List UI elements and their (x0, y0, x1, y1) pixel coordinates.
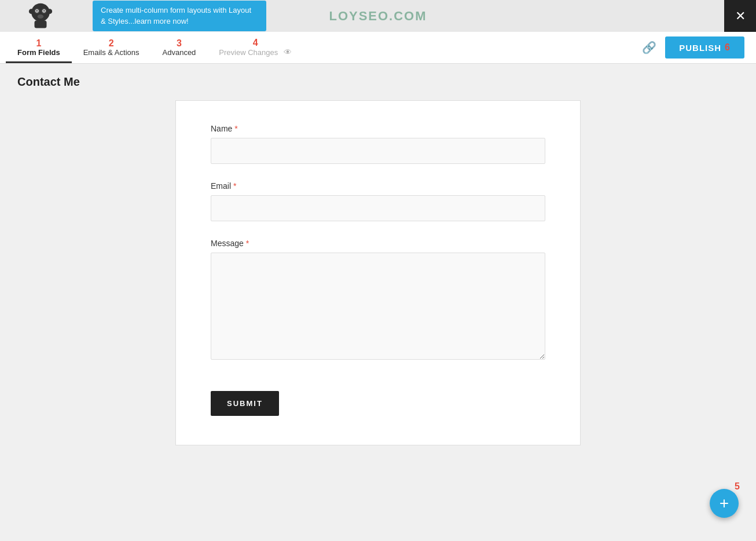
form-preview-area: Name * Email * Message * SUBMIT (175, 100, 581, 445)
svg-point-5 (36, 10, 38, 12)
svg-point-7 (38, 14, 44, 18)
tab-preview-changes[interactable]: 4 Preview Changes 👁 (207, 32, 303, 63)
name-required: * (234, 124, 237, 133)
tab-4-number: 4 (253, 38, 258, 47)
email-required: * (233, 181, 236, 191)
logo-icon (20, 2, 61, 31)
email-field-group: Email * (211, 181, 545, 221)
message-field-group: Message * (211, 239, 545, 362)
tab-2-number: 2 (109, 39, 114, 48)
svg-point-9 (47, 9, 52, 14)
fab-add-button[interactable]: + (710, 489, 739, 518)
site-name: LOYSEO.COM (329, 9, 427, 24)
name-field-group: Name * (211, 124, 545, 164)
nav-right-actions: 🔗 PUBLISH 6 (642, 36, 744, 59)
svg-point-0 (31, 3, 50, 21)
tab-4-label: Preview Changes (219, 48, 278, 57)
email-label: Email * (211, 181, 545, 191)
name-label: Name * (211, 124, 545, 133)
tab-form-fields[interactable]: 1 Form Fields (6, 32, 72, 63)
tab-advanced[interactable]: 3 Advanced (151, 32, 208, 63)
tab-3-label: Advanced (163, 48, 196, 57)
svg-point-8 (29, 9, 34, 14)
publish-button[interactable]: PUBLISH 6 (665, 36, 744, 59)
logo-area (0, 0, 81, 32)
message-required: * (246, 239, 249, 248)
nav-tabs: 1 Form Fields 2 Emails & Actions 3 Advan… (0, 32, 756, 64)
tab-2-label: Emails & Actions (83, 48, 140, 57)
svg-rect-10 (35, 20, 47, 28)
message-textarea[interactable] (211, 253, 545, 360)
publish-label: PUBLISH (679, 43, 721, 53)
form-title: Contact Me (17, 75, 739, 89)
submit-button[interactable]: SUBMIT (211, 391, 279, 416)
tab-3-number: 3 (177, 39, 182, 48)
message-label: Message * (211, 239, 545, 248)
tab-emails-actions[interactable]: 2 Emails & Actions (72, 32, 151, 63)
banner-message[interactable]: Create multi-column form layouts with La… (93, 1, 266, 31)
fab-icon: + (720, 494, 729, 513)
tab-1-number: 1 (36, 39, 41, 48)
close-button[interactable]: ✕ (724, 0, 756, 32)
eye-icon: 👁 (284, 47, 292, 57)
name-input[interactable] (211, 138, 545, 164)
top-bar: Create multi-column form layouts with La… (0, 0, 756, 32)
email-input[interactable] (211, 195, 545, 221)
publish-number: 6 (725, 42, 731, 53)
link-icon[interactable]: 🔗 (642, 41, 656, 54)
main-content: Contact Me Name * Email * Message * (0, 64, 756, 541)
svg-point-6 (43, 10, 45, 12)
tab-1-label: Form Fields (17, 48, 60, 57)
